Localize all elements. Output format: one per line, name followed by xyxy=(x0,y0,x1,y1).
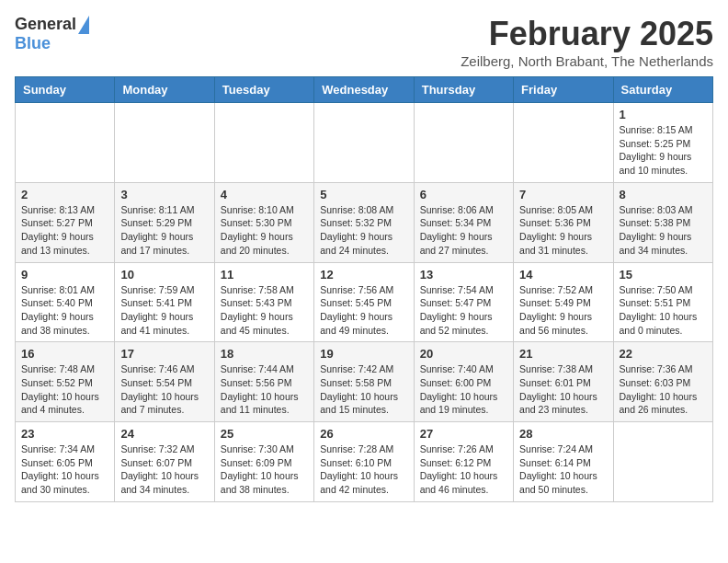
day-info: Sunrise: 7:26 AM Sunset: 6:12 PM Dayligh… xyxy=(420,442,507,497)
calendar-cell xyxy=(115,103,214,183)
logo-general: General xyxy=(15,15,76,34)
day-info: Sunrise: 7:24 AM Sunset: 6:14 PM Dayligh… xyxy=(519,442,607,497)
calendar-cell: 23Sunrise: 7:34 AM Sunset: 6:05 PM Dayli… xyxy=(16,422,115,502)
day-number: 6 xyxy=(420,188,507,201)
logo-blue: Blue xyxy=(15,34,51,53)
calendar-cell: 18Sunrise: 7:44 AM Sunset: 5:56 PM Dayli… xyxy=(214,342,313,422)
calendar-cell: 21Sunrise: 7:38 AM Sunset: 6:01 PM Dayli… xyxy=(514,342,613,422)
day-info: Sunrise: 7:42 AM Sunset: 5:58 PM Dayligh… xyxy=(320,362,407,417)
day-number: 5 xyxy=(320,188,407,201)
day-number: 8 xyxy=(620,188,707,201)
day-info: Sunrise: 7:38 AM Sunset: 6:01 PM Dayligh… xyxy=(519,362,607,417)
calendar-cell xyxy=(314,103,414,183)
day-info: Sunrise: 7:32 AM Sunset: 6:07 PM Dayligh… xyxy=(120,442,208,497)
calendar-cell: 28Sunrise: 7:24 AM Sunset: 6:14 PM Dayli… xyxy=(514,422,613,502)
col-header-friday: Friday xyxy=(514,77,613,103)
header: General Blue February 2025 Zeilberg, Nor… xyxy=(15,15,713,69)
day-info: Sunrise: 8:08 AM Sunset: 5:32 PM Dayligh… xyxy=(320,203,407,258)
day-number: 15 xyxy=(620,268,707,282)
day-number: 24 xyxy=(120,427,208,441)
calendar-cell: 11Sunrise: 7:58 AM Sunset: 5:43 PM Dayli… xyxy=(214,262,313,342)
calendar-cell: 7Sunrise: 8:05 AM Sunset: 5:36 PM Daylig… xyxy=(514,182,613,262)
calendar-cell: 26Sunrise: 7:28 AM Sunset: 6:10 PM Dayli… xyxy=(314,422,414,502)
day-number: 9 xyxy=(21,268,108,282)
calendar-cell: 8Sunrise: 8:03 AM Sunset: 5:38 PM Daylig… xyxy=(613,182,712,262)
calendar-cell: 2Sunrise: 8:13 AM Sunset: 5:27 PM Daylig… xyxy=(16,182,115,262)
day-info: Sunrise: 8:06 AM Sunset: 5:34 PM Dayligh… xyxy=(420,203,507,258)
day-number: 16 xyxy=(21,347,108,361)
col-header-sunday: Sunday xyxy=(16,77,115,103)
subtitle: Zeilberg, North Brabant, The Netherlands xyxy=(461,53,713,69)
day-info: Sunrise: 8:15 AM Sunset: 5:25 PM Dayligh… xyxy=(620,123,707,178)
day-number: 13 xyxy=(420,268,507,282)
day-number: 20 xyxy=(420,347,507,361)
calendar-cell xyxy=(414,103,513,183)
day-info: Sunrise: 7:56 AM Sunset: 5:45 PM Dayligh… xyxy=(320,283,407,338)
day-info: Sunrise: 8:03 AM Sunset: 5:38 PM Dayligh… xyxy=(620,203,707,258)
day-info: Sunrise: 7:54 AM Sunset: 5:47 PM Dayligh… xyxy=(420,283,507,338)
day-number: 14 xyxy=(519,268,607,282)
day-number: 17 xyxy=(120,347,208,361)
calendar-cell: 10Sunrise: 7:59 AM Sunset: 5:41 PM Dayli… xyxy=(115,262,214,342)
day-number: 11 xyxy=(221,268,308,282)
day-info: Sunrise: 7:30 AM Sunset: 6:09 PM Dayligh… xyxy=(221,442,308,497)
day-info: Sunrise: 8:10 AM Sunset: 5:30 PM Dayligh… xyxy=(221,203,308,258)
day-info: Sunrise: 7:50 AM Sunset: 5:51 PM Dayligh… xyxy=(620,283,707,338)
calendar-cell xyxy=(514,103,613,183)
calendar-week-row: 23Sunrise: 7:34 AM Sunset: 6:05 PM Dayli… xyxy=(16,422,713,502)
col-header-thursday: Thursday xyxy=(414,77,513,103)
day-info: Sunrise: 8:01 AM Sunset: 5:40 PM Dayligh… xyxy=(21,283,108,338)
logo: General Blue xyxy=(15,15,89,53)
day-info: Sunrise: 8:05 AM Sunset: 5:36 PM Dayligh… xyxy=(519,203,607,258)
calendar-cell: 27Sunrise: 7:26 AM Sunset: 6:12 PM Dayli… xyxy=(414,422,513,502)
calendar-cell: 16Sunrise: 7:48 AM Sunset: 5:52 PM Dayli… xyxy=(16,342,115,422)
col-header-monday: Monday xyxy=(115,77,214,103)
calendar: SundayMondayTuesdayWednesdayThursdayFrid… xyxy=(15,76,713,502)
calendar-cell: 22Sunrise: 7:36 AM Sunset: 6:03 PM Dayli… xyxy=(613,342,712,422)
calendar-cell: 15Sunrise: 7:50 AM Sunset: 5:51 PM Dayli… xyxy=(613,262,712,342)
calendar-week-row: 1Sunrise: 8:15 AM Sunset: 5:25 PM Daylig… xyxy=(16,103,713,183)
day-number: 10 xyxy=(120,268,208,282)
calendar-cell: 5Sunrise: 8:08 AM Sunset: 5:32 PM Daylig… xyxy=(314,182,414,262)
col-header-wednesday: Wednesday xyxy=(314,77,414,103)
day-info: Sunrise: 8:11 AM Sunset: 5:29 PM Dayligh… xyxy=(120,203,208,258)
day-info: Sunrise: 7:59 AM Sunset: 5:41 PM Dayligh… xyxy=(120,283,208,338)
day-info: Sunrise: 7:58 AM Sunset: 5:43 PM Dayligh… xyxy=(221,283,308,338)
calendar-week-row: 2Sunrise: 8:13 AM Sunset: 5:27 PM Daylig… xyxy=(16,182,713,262)
day-number: 26 xyxy=(320,427,407,441)
col-header-tuesday: Tuesday xyxy=(214,77,313,103)
calendar-cell xyxy=(16,103,115,183)
logo-triangle-icon xyxy=(78,16,89,34)
calendar-header-row: SundayMondayTuesdayWednesdayThursdayFrid… xyxy=(16,77,713,103)
calendar-cell: 19Sunrise: 7:42 AM Sunset: 5:58 PM Dayli… xyxy=(314,342,414,422)
day-info: Sunrise: 7:44 AM Sunset: 5:56 PM Dayligh… xyxy=(221,362,308,417)
calendar-cell: 6Sunrise: 8:06 AM Sunset: 5:34 PM Daylig… xyxy=(414,182,513,262)
calendar-cell: 4Sunrise: 8:10 AM Sunset: 5:30 PM Daylig… xyxy=(214,182,313,262)
day-number: 1 xyxy=(620,108,707,121)
day-number: 2 xyxy=(21,188,108,201)
calendar-cell: 13Sunrise: 7:54 AM Sunset: 5:47 PM Dayli… xyxy=(414,262,513,342)
day-number: 3 xyxy=(120,188,208,201)
day-info: Sunrise: 7:28 AM Sunset: 6:10 PM Dayligh… xyxy=(320,442,407,497)
day-info: Sunrise: 7:34 AM Sunset: 6:05 PM Dayligh… xyxy=(21,442,108,497)
day-info: Sunrise: 8:13 AM Sunset: 5:27 PM Dayligh… xyxy=(21,203,108,258)
calendar-week-row: 16Sunrise: 7:48 AM Sunset: 5:52 PM Dayli… xyxy=(16,342,713,422)
day-number: 25 xyxy=(221,427,308,441)
day-number: 28 xyxy=(519,427,607,441)
calendar-cell: 20Sunrise: 7:40 AM Sunset: 6:00 PM Dayli… xyxy=(414,342,513,422)
month-title: February 2025 xyxy=(461,15,713,53)
calendar-cell xyxy=(613,422,712,502)
day-number: 7 xyxy=(519,188,607,201)
day-number: 18 xyxy=(221,347,308,361)
calendar-cell: 12Sunrise: 7:56 AM Sunset: 5:45 PM Dayli… xyxy=(314,262,414,342)
calendar-cell: 9Sunrise: 8:01 AM Sunset: 5:40 PM Daylig… xyxy=(16,262,115,342)
day-number: 23 xyxy=(21,427,108,441)
day-info: Sunrise: 7:48 AM Sunset: 5:52 PM Dayligh… xyxy=(21,362,108,417)
calendar-cell: 25Sunrise: 7:30 AM Sunset: 6:09 PM Dayli… xyxy=(214,422,313,502)
day-number: 22 xyxy=(620,347,707,361)
calendar-cell: 24Sunrise: 7:32 AM Sunset: 6:07 PM Dayli… xyxy=(115,422,214,502)
col-header-saturday: Saturday xyxy=(613,77,712,103)
day-number: 27 xyxy=(420,427,507,441)
day-info: Sunrise: 7:52 AM Sunset: 5:49 PM Dayligh… xyxy=(519,283,607,338)
day-number: 21 xyxy=(519,347,607,361)
